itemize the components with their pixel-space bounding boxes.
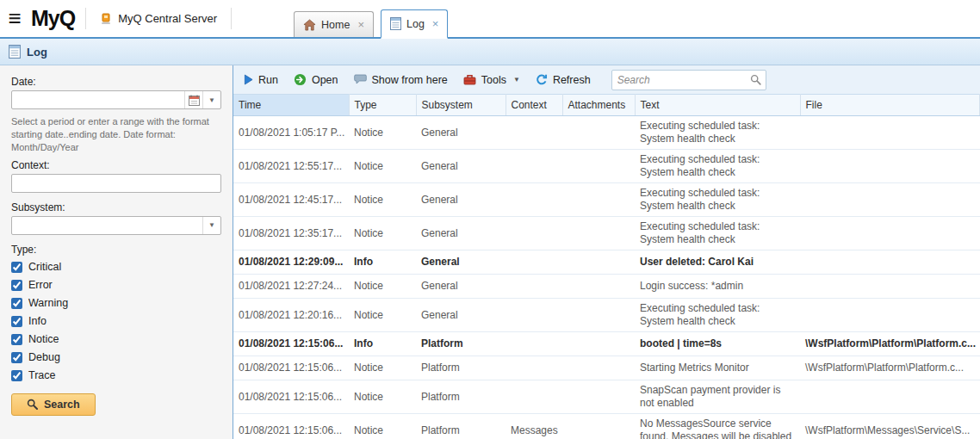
column-header-subsystem[interactable]: Subsystem: [416, 95, 506, 116]
context-label: Context:: [11, 159, 221, 171]
type-option-trace[interactable]: Trace: [11, 367, 221, 385]
subsystem-input[interactable]: [12, 220, 202, 232]
type-checkbox-warning[interactable]: [11, 298, 22, 309]
close-icon[interactable]: ×: [432, 18, 439, 29]
run-label: Run: [258, 74, 278, 86]
cell-file: [800, 183, 980, 217]
cell-type: Notice: [349, 275, 416, 299]
cell-time: 01/08/2021 12:55:17...: [233, 150, 349, 183]
cell-time: 01/08/2021 12:15:06...: [233, 414, 349, 439]
show-from-here-icon: [354, 74, 367, 85]
type-checkbox-critical[interactable]: [11, 262, 22, 273]
type-option-notice[interactable]: Notice: [11, 331, 221, 349]
table-row[interactable]: 01/08/2021 12:29:09...InfoGeneralUser de…: [233, 250, 980, 275]
cell-subsystem: General: [416, 299, 506, 332]
cell-text: Executing scheduled task: System health …: [635, 150, 800, 183]
type-option-label: Debug: [28, 351, 60, 363]
type-checkbox-trace[interactable]: [11, 370, 22, 381]
cell-file: \WsfPlatform\Messages\Service\S...: [800, 414, 980, 439]
cell-context: [506, 356, 562, 380]
type-option-debug[interactable]: Debug: [11, 349, 221, 367]
cell-attachments: [562, 356, 635, 380]
hamburger-menu-icon[interactable]: ≡: [0, 0, 29, 37]
show-from-here-button[interactable]: Show from here: [354, 74, 448, 86]
cell-file: [800, 217, 980, 250]
run-icon: [244, 74, 253, 85]
log-table: Time Type Subsystem Context Attachments …: [233, 94, 980, 439]
type-checkbox-debug[interactable]: [11, 352, 22, 363]
column-header-context[interactable]: Context: [506, 95, 562, 116]
type-option-label: Critical: [28, 261, 61, 273]
tab-home[interactable]: Home ×: [294, 11, 374, 37]
cell-attachments: [562, 116, 635, 150]
table-row[interactable]: 01/08/2021 12:20:16...NoticeGeneralExecu…: [233, 299, 980, 332]
type-option-info[interactable]: Info: [11, 312, 221, 331]
cell-text: Executing scheduled task: System health …: [635, 183, 800, 217]
refresh-icon: [536, 74, 548, 86]
cell-text: Starting Metrics Monitor: [635, 356, 800, 380]
cell-file: [800, 275, 980, 299]
column-header-text[interactable]: Text: [635, 95, 800, 116]
type-label: Type:: [11, 244, 221, 256]
cell-type: Notice: [349, 217, 416, 250]
table-search-input[interactable]: [612, 74, 747, 86]
server-icon: [100, 13, 112, 25]
table-row[interactable]: 01/08/2021 12:35:17...NoticeGeneralExecu…: [233, 217, 980, 250]
column-header-type[interactable]: Type: [349, 95, 416, 116]
cell-context: Messages: [506, 414, 562, 439]
context-input[interactable]: [12, 177, 220, 189]
cell-type: Notice: [349, 150, 416, 183]
table-row[interactable]: 01/08/2021 12:15:06...InfoPlatformbooted…: [233, 332, 980, 356]
tab-log[interactable]: Log ×: [381, 9, 448, 39]
cell-file: [800, 250, 980, 275]
run-button[interactable]: Run: [244, 74, 278, 86]
top-bar: ≡ MyQ MyQ Central Server Home × Log: [0, 0, 980, 39]
chevron-down-icon[interactable]: ▼: [202, 217, 220, 234]
calendar-icon[interactable]: [184, 91, 202, 108]
type-checkbox-info[interactable]: [11, 316, 22, 327]
type-option-label: Warning: [28, 297, 68, 309]
table-row[interactable]: 01/08/2021 1:05:17 P...NoticeGeneralExec…: [233, 116, 980, 150]
type-option-critical[interactable]: Critical: [11, 258, 221, 276]
cell-text: Executing scheduled task: System health …: [635, 217, 800, 250]
cell-file: \WsfPlatform\Platform\Platform.c...: [800, 332, 980, 356]
table-row[interactable]: 01/08/2021 12:55:17...NoticeGeneralExecu…: [233, 150, 980, 183]
tools-button[interactable]: Tools ▼: [463, 74, 520, 86]
table-row[interactable]: 01/08/2021 12:15:06...NoticePlatformMess…: [233, 414, 980, 439]
cell-type: Notice: [349, 414, 416, 439]
type-checkbox-error[interactable]: [11, 280, 22, 291]
cell-attachments: [562, 275, 635, 299]
close-icon[interactable]: ×: [357, 19, 364, 30]
cell-attachments: [562, 183, 635, 217]
type-option-label: Notice: [28, 333, 59, 345]
cell-type: Notice: [349, 116, 416, 150]
type-option-error[interactable]: Error: [11, 276, 221, 294]
refresh-button[interactable]: Refresh: [536, 74, 591, 86]
cell-attachments: [562, 380, 635, 414]
cell-context: [506, 217, 562, 250]
search-button[interactable]: Search: [11, 393, 96, 416]
column-header-time[interactable]: Time: [233, 95, 349, 116]
type-checkbox-list: CriticalErrorWarningInfoNoticeDebugTrace: [11, 258, 221, 385]
date-input[interactable]: [12, 94, 184, 106]
table-row[interactable]: 01/08/2021 12:27:24...NoticeGeneralLogin…: [233, 275, 980, 299]
cell-attachments: [562, 250, 635, 275]
column-header-attachments[interactable]: Attachments: [562, 95, 635, 116]
cell-context: [506, 299, 562, 332]
cell-attachments: [562, 332, 635, 356]
show-from-here-label: Show from here: [372, 74, 448, 86]
cell-attachments: [562, 299, 635, 332]
open-button[interactable]: Open: [294, 73, 338, 86]
table-row[interactable]: 01/08/2021 12:15:06...NoticePlatformSnap…: [233, 380, 980, 414]
tab-home-label: Home: [321, 19, 350, 31]
chevron-down-icon[interactable]: ▼: [202, 91, 220, 108]
search-icon[interactable]: [747, 74, 766, 85]
cell-text: booted | time=8s: [635, 332, 800, 356]
cell-time: 01/08/2021 12:45:17...: [233, 183, 349, 217]
column-header-file[interactable]: File: [800, 95, 980, 116]
type-option-warning[interactable]: Warning: [11, 294, 221, 312]
table-row[interactable]: 01/08/2021 12:15:06...NoticePlatformStar…: [233, 356, 980, 380]
server-label-text: MyQ Central Server: [118, 12, 217, 25]
table-row[interactable]: 01/08/2021 12:45:17...NoticeGeneralExecu…: [233, 183, 980, 217]
type-checkbox-notice[interactable]: [11, 334, 22, 345]
